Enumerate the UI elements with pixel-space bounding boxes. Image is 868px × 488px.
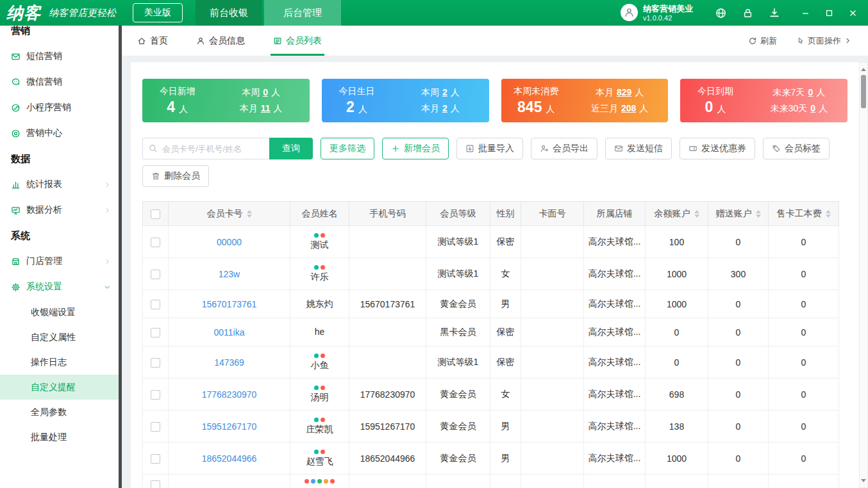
member-export-button[interactable]: 会员导出	[531, 138, 597, 159]
tab-member-list[interactable]: 会员列表	[273, 26, 322, 56]
stat-subline-value[interactable]: 208	[621, 103, 636, 113]
cell-empty	[584, 475, 646, 488]
member-card-link[interactable]: 147369	[214, 357, 244, 368]
stat-subline-unit: 人	[816, 87, 825, 97]
tab-home[interactable]: 首页	[137, 26, 168, 56]
lock-icon[interactable]	[742, 8, 753, 19]
sidebar-subitem-operation-logs[interactable]: 操作日志	[0, 350, 119, 375]
stat-subline-value[interactable]: 0	[810, 103, 815, 113]
cell-phone	[349, 318, 426, 346]
stat-subline-value[interactable]: 0	[263, 87, 268, 97]
globe-icon[interactable]	[715, 7, 727, 19]
row-checkbox[interactable]	[151, 480, 160, 488]
refresh-button[interactable]: 刷新	[748, 35, 777, 47]
member-card-link[interactable]: 17768230970	[202, 389, 257, 400]
stat-subline-unit: 人	[451, 103, 460, 113]
maximize-button[interactable]	[824, 8, 834, 18]
column-header-balance: 余额账户	[646, 202, 708, 226]
cell-gift: 300	[708, 258, 769, 290]
tag-dot	[330, 479, 335, 484]
sidebar-subitem-batch-processing[interactable]: 批量处理	[0, 425, 119, 450]
stat-subline: 本周0人	[242, 87, 280, 99]
scrollbar-thumb[interactable]	[861, 75, 866, 108]
cell-card-face	[521, 378, 584, 411]
scroll-up-arrow-icon[interactable]	[861, 65, 866, 71]
member-card-link[interactable]: 15951267170	[202, 421, 257, 432]
sort-icon[interactable]	[247, 210, 252, 218]
toolbar-row2: 删除会员	[142, 165, 847, 187]
sidebar-subitem-custom-attributes[interactable]: 自定义属性	[0, 325, 119, 350]
member-card-link[interactable]: 15670173761	[202, 299, 257, 309]
more-filters-button[interactable]: 更多筛选	[321, 138, 374, 159]
add-member-button[interactable]: 新增会员	[382, 138, 449, 159]
minimize-button[interactable]	[801, 8, 810, 18]
stat-subline-unit: 人	[274, 103, 283, 113]
cell-fee: 0	[769, 226, 839, 258]
close-button[interactable]	[848, 8, 858, 18]
cell-gift: 0	[708, 346, 769, 378]
send-coupon-button[interactable]: 发送优惠券	[680, 138, 755, 159]
stat-subline-value[interactable]: 2	[442, 87, 447, 97]
delete-member-button[interactable]: 删除会员	[142, 165, 209, 187]
send-sms-button[interactable]: 发送短信	[605, 138, 672, 159]
table-row: 147369小鱼测试等级1保密高尔夫球馆...000	[143, 346, 839, 378]
sidebar-subitem-custom-reminders[interactable]: 自定义提醒	[0, 375, 119, 400]
export-icon	[540, 144, 549, 153]
content-scrollbar[interactable]	[859, 62, 868, 488]
edition-button[interactable]: 美业版	[133, 3, 183, 22]
sort-icon[interactable]	[826, 210, 831, 218]
cell-fee: 0	[769, 346, 839, 378]
sidebar-item-statistics-report[interactable]: 统计报表	[0, 172, 119, 197]
stat-subline-value[interactable]: 2	[442, 103, 447, 113]
scroll-down-arrow-icon[interactable]	[861, 479, 866, 485]
sidebar-item-system-settings[interactable]: 系统设置	[0, 274, 119, 300]
member-card-link[interactable]: 0011ika	[213, 327, 244, 338]
member-tag-dots	[314, 450, 325, 454]
cell-empty	[349, 475, 426, 488]
row-checkbox[interactable]	[151, 238, 160, 247]
sidebar-item-data-analysis[interactable]: 数据分析	[0, 197, 119, 223]
front-cashier-button[interactable]: 前台收银	[196, 0, 262, 26]
select-all-checkbox[interactable]	[151, 209, 160, 219]
row-checkbox[interactable]	[151, 454, 160, 464]
row-checkbox[interactable]	[151, 422, 160, 432]
page-operations-label: 页面操作	[808, 35, 841, 47]
table-row: 00000测试测试等级1保密高尔夫球馆...10000	[143, 226, 839, 258]
member-card-link[interactable]: 18652044966	[202, 453, 257, 464]
sidebar-item-wechat-marketing[interactable]: 微信营销	[0, 69, 119, 95]
stat-subline-value[interactable]: 11	[261, 103, 271, 113]
row-checkbox[interactable]	[151, 358, 160, 368]
stat-card-new-today: 今日新增4人本周0人本月11人	[142, 79, 310, 122]
stat-title: 本周未消费	[513, 86, 558, 97]
row-checkbox[interactable]	[151, 270, 160, 279]
download-icon[interactable]	[769, 7, 780, 19]
sidebar-item-sms-marketing[interactable]: 短信营销	[0, 44, 119, 69]
sidebar-item-marketing-center[interactable]: 营销中心	[0, 120, 119, 146]
table-row: 18652044966赵雪飞18652044966黄金会员男高尔夫球馆...10…	[143, 443, 839, 475]
sort-icon[interactable]	[756, 210, 761, 218]
member-card-link[interactable]: 123w	[219, 269, 240, 279]
stat-subline-value[interactable]: 829	[617, 87, 631, 97]
row-checkbox[interactable]	[151, 328, 160, 338]
search-button[interactable]: 查询	[269, 138, 313, 159]
sort-icon[interactable]	[694, 210, 699, 218]
backoffice-button[interactable]: 后台管理	[264, 0, 341, 26]
sidebar-subitem-cashier-settings[interactable]: 收银端设置	[0, 300, 119, 325]
member-tags-button[interactable]: 会员标签	[763, 138, 830, 159]
search-input[interactable]	[142, 138, 269, 159]
row-checkbox[interactable]	[151, 300, 160, 309]
column-label: 性别	[497, 208, 515, 218]
sidebar-item-store-management[interactable]: 门店管理	[0, 248, 119, 274]
batch-import-button[interactable]: 批量导入	[456, 138, 523, 159]
sidebar-subitem-global-params[interactable]: 全局参数	[0, 400, 119, 425]
cell-card-no: 17768230970	[169, 378, 290, 411]
tab-label: 会员信息	[209, 35, 245, 47]
tab-member-info[interactable]: 会员信息	[196, 26, 245, 56]
row-checkbox[interactable]	[151, 390, 160, 400]
page-operations-button[interactable]: 页面操作	[796, 35, 851, 47]
stat-subline-value[interactable]: 0	[808, 87, 813, 97]
member-card-link[interactable]: 00000	[217, 237, 242, 247]
sidebar-item-miniprogram-marketing[interactable]: 小程序营销	[0, 95, 119, 120]
sidebar-section-label: 数据	[0, 146, 119, 172]
user-info[interactable]: 纳客营销美业 v1.0.0.42	[621, 4, 693, 22]
